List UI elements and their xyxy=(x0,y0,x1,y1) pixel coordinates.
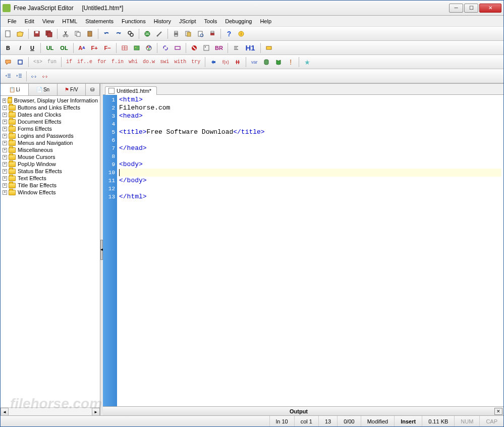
expand-icon[interactable]: + xyxy=(3,134,7,138)
preview-button[interactable] xyxy=(183,28,194,39)
tree-item[interactable]: +Forms Effects xyxy=(2,125,99,132)
debug-button[interactable] xyxy=(232,57,243,68)
snippet-with[interactable]: with xyxy=(172,59,188,65)
tools-button[interactable] xyxy=(154,28,165,39)
snippet-whi[interactable]: whi xyxy=(127,59,140,65)
sidebar-tab-sn[interactable]: 📄Sn xyxy=(29,84,57,95)
snippet-s[interactable]: <s> xyxy=(31,59,44,65)
tree-item[interactable]: +Dates and Clocks xyxy=(2,111,99,118)
cut-button[interactable] xyxy=(60,28,71,39)
print2-button[interactable] xyxy=(207,28,218,39)
outdent-button[interactable] xyxy=(3,71,14,82)
tree-item[interactable]: +Browser, Display User Information xyxy=(2,97,99,104)
font-increase-button[interactable]: F+ xyxy=(88,42,100,54)
tree-item[interactable]: +Document Effects xyxy=(2,118,99,125)
indent-button[interactable] xyxy=(14,71,25,82)
code-line[interactable]: <body> xyxy=(119,161,501,169)
tree-item[interactable]: +Menus and Navigation xyxy=(2,139,99,146)
snippet-for[interactable]: for xyxy=(95,59,108,65)
expand-icon[interactable]: + xyxy=(3,190,7,195)
redo-button[interactable] xyxy=(113,28,124,39)
code-line[interactable]: Filehorse.com xyxy=(119,104,501,112)
code-line[interactable]: </head> xyxy=(119,144,501,152)
code-line[interactable]: <html> xyxy=(119,96,501,104)
font-decrease-button[interactable]: F− xyxy=(101,42,114,54)
menu-view[interactable]: View xyxy=(38,17,59,25)
info-button[interactable]: i xyxy=(236,28,247,39)
run-button[interactable] xyxy=(208,57,219,68)
menu-edit[interactable]: Edit xyxy=(21,17,38,25)
expand-icon[interactable]: + xyxy=(3,105,7,110)
snippet-swi[interactable]: swi xyxy=(158,59,171,65)
scroll-track[interactable] xyxy=(9,408,92,415)
db-button[interactable] xyxy=(261,57,272,68)
underline-button[interactable]: U xyxy=(27,42,38,54)
fox-button[interactable]: f(x) xyxy=(220,57,231,68)
page-button[interactable] xyxy=(195,28,206,39)
br-button[interactable]: BR xyxy=(213,42,225,54)
scroll-left-button[interactable]: ◄ xyxy=(1,408,9,415)
snippet-if[interactable]: if xyxy=(64,59,74,65)
code-lines[interactable]: <html>Filehorse.com<head><title>Free Sof… xyxy=(117,95,503,406)
image-button[interactable] xyxy=(131,42,142,54)
tree-item[interactable]: +Window Effects xyxy=(2,189,99,196)
table-button[interactable] xyxy=(119,42,130,54)
expand-icon[interactable]: + xyxy=(3,141,7,145)
menu-debugging[interactable]: Debugging xyxy=(221,17,256,25)
link-button[interactable] xyxy=(160,42,171,54)
find-button[interactable] xyxy=(125,28,136,39)
snippet-fin[interactable]: f.in xyxy=(109,59,126,65)
color-button[interactable] xyxy=(143,42,154,54)
tree-item[interactable]: +Mouse Cursors xyxy=(2,153,99,161)
menu-jscript[interactable]: JScript xyxy=(175,17,200,25)
code-line[interactable] xyxy=(119,136,501,144)
ol-button[interactable]: OL xyxy=(58,42,71,54)
brackets-button[interactable]: ‹·› xyxy=(28,71,39,82)
code-line[interactable] xyxy=(119,120,501,128)
menu-functions[interactable]: Functions xyxy=(118,17,150,25)
tree-item[interactable]: +PopUp Window xyxy=(2,161,99,168)
tree-item[interactable]: +Buttons and Links Effects xyxy=(2,104,99,111)
output-close-button[interactable]: ✕ xyxy=(494,408,502,415)
minimize-button[interactable]: ─ xyxy=(449,4,463,13)
tag-button[interactable] xyxy=(263,42,274,54)
form-button[interactable] xyxy=(172,42,183,54)
expand-icon[interactable]: + xyxy=(3,120,7,124)
expand-icon[interactable]: + xyxy=(3,176,7,181)
copy-button[interactable] xyxy=(72,28,83,39)
expand-icon[interactable]: + xyxy=(3,162,7,167)
print-button[interactable] xyxy=(171,28,182,39)
expand-icon[interactable]: + xyxy=(3,148,7,152)
help-button[interactable]: ? xyxy=(223,28,235,39)
tree-item[interactable]: +Text Effects xyxy=(2,175,99,182)
expand-icon[interactable]: + xyxy=(3,155,7,159)
brackets2-button[interactable]: ‹·› xyxy=(39,71,50,82)
paste-button[interactable] xyxy=(84,28,95,39)
web-button[interactable] xyxy=(142,28,153,39)
sidebar-tab-db[interactable]: ⛁ xyxy=(86,84,100,95)
snippet-ife[interactable]: if..e xyxy=(75,59,94,65)
menu-history[interactable]: History xyxy=(150,17,175,25)
expand-icon[interactable]: + xyxy=(3,113,7,117)
open-file-button[interactable] xyxy=(15,28,26,39)
expand-icon[interactable]: + xyxy=(3,169,7,174)
undo-button[interactable] xyxy=(101,28,112,39)
menu-html[interactable]: HTML xyxy=(58,17,81,25)
menu-statements[interactable]: Statements xyxy=(81,17,118,25)
code-line[interactable]: <title>Free Software Download</title> xyxy=(119,128,501,136)
code-line[interactable] xyxy=(119,169,501,177)
expand-icon[interactable]: + xyxy=(3,98,6,103)
code-line[interactable]: <head> xyxy=(119,112,501,120)
code-line[interactable]: </body> xyxy=(119,177,501,185)
save-button[interactable] xyxy=(31,28,42,39)
expand-icon[interactable]: + xyxy=(3,183,7,188)
snippet-fun[interactable]: fun xyxy=(45,59,59,65)
align-button[interactable] xyxy=(231,42,242,54)
save-all-button[interactable] xyxy=(43,28,54,39)
var-button[interactable]: var xyxy=(249,57,260,68)
snippet-dow[interactable]: do.w xyxy=(141,59,157,65)
new-file-button[interactable] xyxy=(3,28,14,39)
close-button[interactable]: ✕ xyxy=(479,4,501,13)
tree-item[interactable]: +Title Bar Effects xyxy=(2,182,99,189)
tree-item[interactable]: +Logins and Passwords xyxy=(2,132,99,139)
